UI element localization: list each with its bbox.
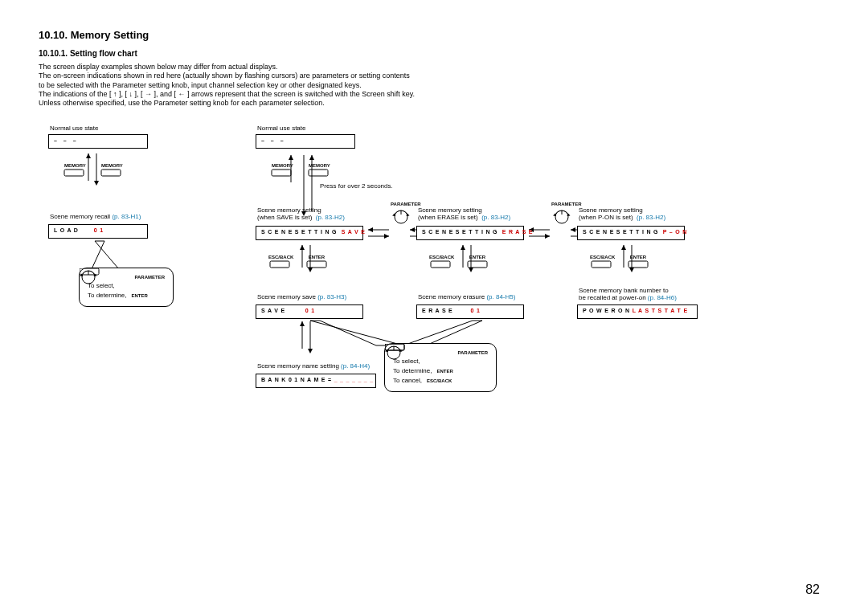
screen-normal-1: – – –: [48, 134, 148, 149]
section-subtitle: 10.10.1. Setting flow chart: [39, 49, 829, 58]
screen-scset-pon: S C E N E S E T T I N G P – O N: [577, 226, 685, 240]
page-number: 82: [805, 582, 820, 597]
label-memory-2a: MEMORY: [272, 163, 291, 168]
label-escback-2: ESC/BACK: [429, 255, 452, 260]
caption-bank-recall: Scene memory bank number to be recalled …: [579, 287, 677, 301]
screen-name: B A N K 0 1 N A M E = _ _ _ _ _ _ _: [256, 374, 376, 388]
flow-chart: Normal use state – – – MEMORY MEMORY Sce…: [39, 125, 829, 462]
label-memory-1a: MEMORY: [64, 163, 84, 168]
caption-scset-save: Scene memory setting (when SAVE is set) …: [257, 206, 345, 221]
screen-scset-erase: S C E N E S E T T I N G E R A S E: [416, 226, 524, 240]
screen-erase: E R A S E 0 1: [416, 304, 524, 319]
caption-scene-name: Scene memory name setting (p. 84-H4): [257, 362, 370, 370]
screen-poweron: P O W E R O N L A S T S T A T E: [577, 304, 698, 319]
screen-scset-save: S C E N E S E T T I N G S A V E: [256, 226, 363, 240]
screen-load: L O A D 0 1: [48, 224, 148, 239]
callout-load: PARAMETER To select, To determine, ENTER: [79, 268, 174, 307]
section-title: 10.10. Memory Setting: [39, 29, 829, 41]
label-normal-use-2: Normal use state: [257, 125, 305, 132]
caption-scene-erase: Scene memory erasure (p. 84-H5): [418, 293, 515, 300]
svg-marker-14: [310, 321, 403, 345]
label-press-2s: Press for over 2 seconds.: [320, 182, 393, 190]
screen-normal-2: – – –: [256, 134, 355, 149]
label-enter-2: ENTER: [468, 255, 487, 260]
caption-scene-recall: Scene memory recall (p. 83-H1): [50, 213, 141, 220]
label-memory-2b: MEMORY: [309, 163, 328, 168]
label-parameter-k1: PARAMETER: [391, 202, 411, 206]
svg-marker-10: [92, 241, 119, 269]
caption-scene-save: Scene memory save (p. 83-H3): [257, 293, 346, 300]
label-escback-1: ESC/BACK: [268, 255, 291, 260]
svg-marker-15: [403, 321, 482, 345]
label-enter-1: ENTER: [307, 255, 326, 260]
caption-scset-pon: Scene memory setting (when P-ON is set) …: [579, 206, 665, 221]
screen-save: S A V E 0 1: [256, 304, 363, 319]
intro-text: The screen display examples shown below …: [39, 63, 829, 108]
label-parameter-k2: PARAMETER: [551, 202, 572, 206]
label-enter-3: ENTER: [628, 255, 648, 260]
label-memory-1b: MEMORY: [101, 163, 121, 168]
callout-save-erase: PARAMETER To select, To determine, ENTER…: [384, 343, 497, 392]
label-normal-use-1: Normal use state: [50, 125, 98, 132]
label-escback-3: ESC/BACK: [590, 255, 612, 260]
caption-scset-erase: Scene memory setting (when ERASE is set)…: [418, 206, 510, 221]
